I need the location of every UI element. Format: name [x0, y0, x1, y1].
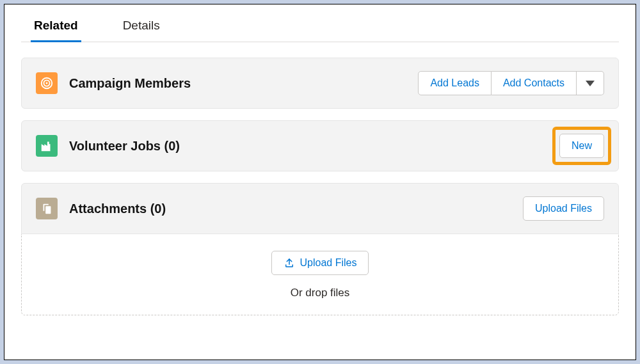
- detail-tabs: Related Details: [21, 11, 619, 42]
- upload-files-button[interactable]: Upload Files: [523, 196, 604, 221]
- campaign-members-actions: Add Leads Add Contacts: [418, 71, 604, 95]
- dropzone-upload-label: Upload Files: [300, 257, 357, 269]
- tab-related[interactable]: Related: [34, 11, 78, 42]
- related-cards: Campaign Members Add Leads Add Contacts …: [21, 58, 619, 315]
- target-icon: [36, 72, 58, 94]
- more-actions-dropdown[interactable]: [577, 71, 604, 95]
- tab-details[interactable]: Details: [123, 11, 160, 42]
- campaign-members-card: Campaign Members Add Leads Add Contacts: [21, 58, 619, 109]
- new-volunteer-job-button[interactable]: New: [559, 134, 604, 158]
- card-header-left: Campaign Members: [36, 72, 418, 94]
- attachments-card: Attachments (0) Upload Files: [21, 183, 619, 234]
- dropzone-hint: Or drop files: [291, 287, 350, 299]
- campaign-members-title: Campaign Members: [69, 76, 191, 91]
- attachments-dropzone[interactable]: Upload Files Or drop files: [21, 234, 619, 315]
- factory-icon: [36, 135, 58, 157]
- volunteer-jobs-title: Volunteer Jobs (0): [69, 139, 180, 154]
- dropzone-inner: Upload Files Or drop files: [22, 251, 618, 299]
- card-header-left: Attachments (0): [36, 198, 523, 219]
- volunteer-jobs-card: Volunteer Jobs (0) New: [21, 120, 619, 171]
- documents-icon: [36, 198, 58, 219]
- chevron-down-icon: [586, 81, 595, 86]
- svg-point-2: [46, 83, 48, 84]
- add-leads-button[interactable]: Add Leads: [418, 71, 492, 95]
- dropzone-upload-button[interactable]: Upload Files: [271, 251, 369, 275]
- add-contacts-button[interactable]: Add Contacts: [492, 71, 577, 95]
- upload-icon: [284, 257, 295, 269]
- related-panel: Related Details Campaign Members Add Lea…: [4, 4, 636, 360]
- attachments-title: Attachments (0): [69, 202, 166, 216]
- card-header-left: Volunteer Jobs (0): [36, 135, 552, 157]
- new-button-highlight: New: [552, 127, 611, 165]
